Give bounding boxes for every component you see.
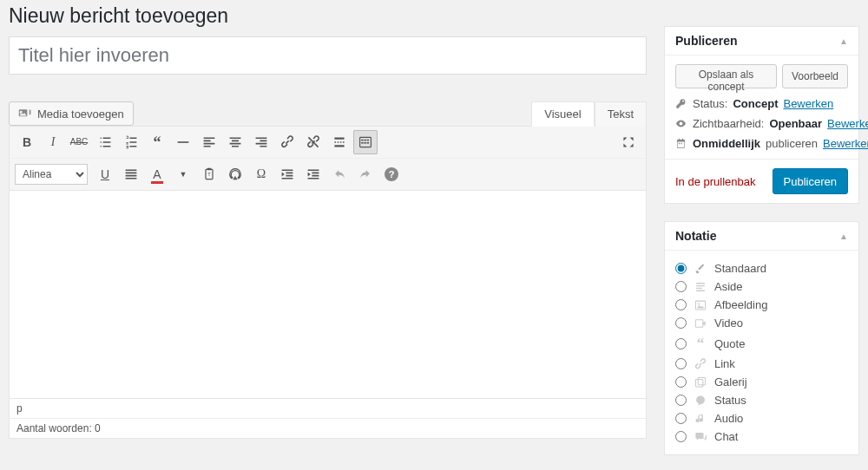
- format-option-audio[interactable]: Audio: [675, 409, 848, 428]
- format-radio-aside[interactable]: [675, 281, 687, 292]
- edit-status-link[interactable]: Bewerken: [783, 97, 833, 110]
- format-option-link[interactable]: Link: [675, 355, 848, 373]
- blockquote-button[interactable]: “: [145, 130, 169, 154]
- special-char-button[interactable]: Ω: [249, 162, 273, 186]
- format-option-chat[interactable]: Chat: [675, 428, 848, 446]
- format-label: Video: [714, 317, 743, 330]
- chat-icon: [694, 431, 707, 443]
- format-radio-status[interactable]: [675, 395, 687, 406]
- outdent-button[interactable]: [275, 162, 299, 186]
- link-icon: [694, 358, 707, 370]
- read-more-button[interactable]: [327, 130, 352, 154]
- format-box-toggle[interactable]: Notatie ▲: [665, 222, 858, 251]
- format-radio-image[interactable]: [675, 299, 687, 310]
- format-radio-gallery[interactable]: [675, 376, 687, 388]
- numbered-list-button[interactable]: [119, 130, 143, 154]
- paste-text-button[interactable]: T: [197, 162, 221, 186]
- aside-icon: [694, 281, 707, 293]
- edit-schedule-link[interactable]: Bewerken: [823, 137, 868, 150]
- link-button[interactable]: [275, 130, 299, 154]
- align-justify-button[interactable]: [119, 162, 143, 186]
- align-right-button[interactable]: [249, 130, 273, 154]
- fullscreen-button[interactable]: [616, 130, 641, 154]
- add-media-label: Media toevoegen: [37, 108, 124, 121]
- triangle-up-icon: ▲: [839, 232, 848, 241]
- redo-button[interactable]: [353, 162, 378, 186]
- format-option-status[interactable]: Status: [675, 391, 848, 409]
- svg-rect-6: [364, 142, 365, 144]
- format-option-video[interactable]: Video: [675, 314, 848, 332]
- format-box: Notatie ▲ StandaardAsideAfbeeldingVideo“…: [664, 221, 859, 455]
- svg-rect-4: [367, 140, 369, 141]
- paragraph-format-select[interactable]: Alinea: [15, 164, 88, 185]
- status-value: Concept: [733, 97, 778, 110]
- format-radio-standard[interactable]: [675, 263, 687, 274]
- svg-rect-3: [364, 140, 365, 141]
- toolbar-toggle-button[interactable]: [353, 130, 378, 154]
- publish-box-toggle[interactable]: Publiceren ▲: [665, 27, 858, 55]
- gallery-icon: [694, 376, 707, 388]
- strikethrough-button[interactable]: ABC: [67, 130, 91, 154]
- tab-visual[interactable]: Visueel: [531, 101, 594, 127]
- italic-button[interactable]: I: [41, 130, 65, 154]
- word-count: Aantal woorden: 0: [10, 419, 646, 438]
- format-label: Standaard: [714, 262, 766, 275]
- svg-rect-5: [361, 142, 363, 144]
- move-to-trash-link[interactable]: In de prullenbak: [675, 175, 756, 188]
- format-option-aside[interactable]: Aside: [675, 277, 848, 296]
- image-icon: [694, 299, 707, 311]
- format-option-gallery[interactable]: Galerij: [675, 373, 848, 391]
- visibility-value: Openbaar: [769, 117, 822, 130]
- post-title-input[interactable]: [9, 36, 647, 75]
- help-button[interactable]: ?: [379, 162, 404, 186]
- format-option-standard[interactable]: Standaard: [675, 259, 848, 277]
- page-title: Nieuw bericht toevoegen: [9, 0, 647, 36]
- format-option-quote[interactable]: “Quote: [675, 332, 848, 355]
- add-media-button[interactable]: Media toevoegen: [9, 101, 134, 126]
- unlink-button[interactable]: [301, 130, 326, 154]
- element-path: p: [10, 399, 646, 419]
- edit-visibility-link[interactable]: Bewerken: [827, 117, 868, 130]
- format-label: Galerij: [714, 375, 747, 388]
- visibility-label: Zichtbaarheid:: [693, 117, 764, 130]
- publish-box-title: Publiceren: [675, 34, 738, 48]
- save-draft-button[interactable]: Opslaan als concept: [675, 64, 777, 88]
- publish-button[interactable]: Publiceren: [773, 168, 848, 194]
- svg-rect-2: [361, 140, 363, 141]
- tab-text[interactable]: Tekst: [595, 101, 647, 127]
- format-radio-link[interactable]: [675, 358, 687, 369]
- format-label: Aside: [714, 280, 743, 293]
- status-icon: [694, 395, 707, 407]
- format-radio-quote[interactable]: [675, 338, 687, 349]
- bullet-list-button[interactable]: [93, 130, 117, 154]
- bold-button[interactable]: B: [15, 130, 39, 154]
- format-radio-chat[interactable]: [675, 431, 687, 442]
- editor-content-area[interactable]: [9, 191, 647, 399]
- text-color-dropdown[interactable]: ▼: [171, 162, 195, 186]
- video-icon: [694, 317, 707, 330]
- svg-text:T: T: [207, 172, 211, 177]
- format-radio-video[interactable]: [675, 317, 687, 329]
- align-left-button[interactable]: [197, 130, 221, 154]
- svg-rect-7: [367, 142, 369, 144]
- svg-point-12: [698, 303, 700, 304]
- audio-icon: [694, 413, 707, 425]
- format-label: Status: [714, 394, 746, 407]
- svg-rect-9: [207, 168, 212, 170]
- align-center-button[interactable]: [223, 130, 247, 154]
- text-color-button[interactable]: A: [145, 162, 169, 186]
- status-label: Status:: [693, 97, 727, 110]
- format-option-image[interactable]: Afbeelding: [675, 296, 848, 314]
- format-label: Afbeelding: [714, 298, 767, 311]
- format-radio-audio[interactable]: [675, 413, 687, 424]
- indent-button[interactable]: [301, 162, 326, 186]
- clear-formatting-button[interactable]: [223, 162, 247, 186]
- hr-button[interactable]: [171, 130, 195, 154]
- format-box-title: Notatie: [675, 229, 716, 243]
- camera-music-icon: [18, 107, 32, 121]
- calendar-icon: [675, 138, 687, 149]
- undo-button[interactable]: [327, 162, 352, 186]
- preview-button[interactable]: Voorbeeld: [782, 64, 848, 88]
- underline-button[interactable]: U: [93, 162, 117, 186]
- svg-rect-15: [698, 377, 705, 384]
